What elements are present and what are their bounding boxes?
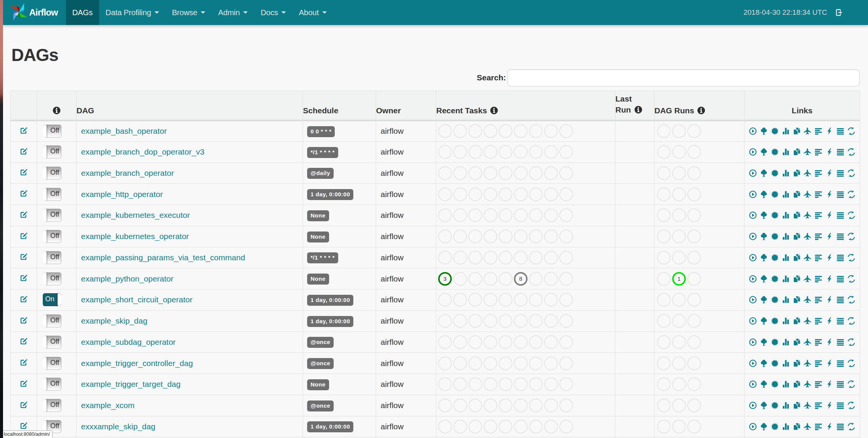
dag-details-icon[interactable] — [837, 317, 844, 325]
task-state-circle[interactable] — [514, 251, 528, 264]
dag-run-state-circle[interactable] — [687, 293, 701, 307]
search-input[interactable] — [507, 69, 860, 86]
dag-pause-toggle[interactable]: Off — [43, 314, 61, 327]
task-duration-icon[interactable] — [782, 317, 790, 325]
task-state-circle[interactable] — [484, 272, 497, 286]
code-view-icon[interactable] — [826, 317, 833, 325]
task-state-circle[interactable] — [484, 251, 497, 264]
refresh-icon[interactable] — [848, 423, 855, 430]
tree-view-icon[interactable] — [760, 127, 768, 135]
task-duration-icon[interactable] — [782, 254, 790, 261]
dag-run-state-circle[interactable] — [672, 124, 686, 138]
task-state-circle[interactable] — [529, 166, 543, 180]
task-state-circle[interactable] — [453, 357, 467, 370]
trigger-dag-icon[interactable] — [749, 148, 757, 156]
task-duration-icon[interactable] — [782, 148, 790, 156]
task-state-circle[interactable] — [544, 314, 558, 328]
dag-link[interactable]: example_http_operator — [81, 190, 163, 199]
task-state-circle[interactable] — [559, 357, 573, 370]
trigger-dag-icon[interactable] — [749, 338, 757, 346]
task-state-circle[interactable] — [484, 230, 497, 243]
task-duration-icon[interactable] — [782, 211, 790, 219]
landing-times-icon[interactable] — [804, 296, 811, 303]
nav-item-browse[interactable]: Browse — [165, 0, 212, 25]
refresh-icon[interactable] — [848, 191, 855, 198]
refresh-icon[interactable] — [848, 127, 855, 135]
code-view-icon[interactable] — [826, 275, 833, 283]
task-state-circle[interactable] — [484, 166, 497, 180]
dag-link[interactable]: example_subdag_operator — [81, 338, 176, 346]
task-state-circle[interactable] — [438, 314, 452, 328]
task-state-circle[interactable] — [453, 377, 467, 391]
task-duration-icon[interactable] — [782, 169, 790, 177]
edit-dag-icon[interactable] — [20, 316, 28, 324]
task-state-circle[interactable] — [514, 314, 528, 328]
graph-view-icon[interactable] — [771, 317, 779, 325]
task-state-circle[interactable] — [499, 251, 512, 264]
task-state-circle[interactable] — [468, 420, 482, 433]
logout-button[interactable] — [835, 8, 843, 17]
task-state-circle[interactable] — [484, 124, 497, 138]
dag-run-state-circle[interactable] — [672, 335, 686, 349]
dag-details-icon[interactable] — [837, 233, 844, 240]
task-state-circle[interactable] — [529, 145, 543, 159]
task-duration-icon[interactable] — [782, 127, 790, 135]
task-state-circle[interactable] — [438, 357, 452, 370]
task-state-circle[interactable] — [499, 124, 512, 138]
dag-run-state-circle[interactable] — [657, 314, 671, 328]
code-view-icon[interactable] — [826, 148, 833, 156]
task-state-circle[interactable] — [559, 314, 573, 328]
code-view-icon[interactable] — [826, 296, 833, 303]
dag-run-state-circle[interactable] — [657, 335, 671, 349]
task-state-circle[interactable] — [453, 335, 467, 349]
task-tries-icon[interactable] — [793, 423, 801, 430]
header-owner[interactable]: Owner — [376, 91, 436, 120]
graph-view-icon[interactable] — [771, 402, 779, 409]
landing-times-icon[interactable] — [804, 402, 811, 409]
dag-run-state-circle[interactable] — [687, 272, 701, 286]
task-state-circle[interactable] — [468, 166, 482, 180]
dag-run-state-circle[interactable] — [672, 399, 686, 412]
tree-view-icon[interactable] — [760, 254, 768, 261]
task-state-circle[interactable] — [559, 377, 573, 391]
task-tries-icon[interactable] — [793, 275, 801, 283]
dag-details-icon[interactable] — [837, 169, 844, 177]
info-icon[interactable] — [697, 106, 705, 114]
dag-run-state-circle[interactable] — [687, 208, 701, 222]
task-state-circle[interactable] — [514, 399, 528, 412]
task-state-circle[interactable] — [544, 293, 558, 307]
task-state-circle[interactable] — [559, 188, 573, 201]
task-state-circle[interactable] — [499, 377, 512, 391]
task-state-circle[interactable] — [484, 145, 497, 159]
task-state-circle[interactable] — [453, 124, 467, 138]
task-state-circle[interactable] — [438, 420, 452, 433]
dag-run-state-circle[interactable] — [687, 420, 701, 433]
trigger-dag-icon[interactable] — [749, 169, 757, 177]
task-state-circle[interactable] — [499, 188, 512, 201]
dag-link[interactable]: example_xcom — [81, 401, 134, 410]
task-state-circle[interactable] — [484, 420, 497, 433]
dag-run-state-circle[interactable] — [687, 124, 701, 138]
task-state-circle[interactable] — [468, 124, 482, 138]
task-duration-icon[interactable] — [782, 191, 790, 198]
task-tries-icon[interactable] — [793, 360, 801, 367]
dag-run-state-circle[interactable] — [687, 166, 701, 180]
dag-pause-toggle[interactable]: Off — [43, 230, 61, 243]
task-tries-icon[interactable] — [793, 402, 801, 409]
task-state-circle[interactable] — [514, 208, 528, 222]
trigger-dag-icon[interactable] — [749, 275, 757, 283]
task-state-circle[interactable] — [559, 251, 573, 264]
gantt-view-icon[interactable] — [815, 254, 822, 261]
edit-dag-icon[interactable] — [20, 253, 28, 261]
landing-times-icon[interactable] — [804, 211, 811, 219]
dag-details-icon[interactable] — [837, 296, 844, 303]
task-state-circle[interactable] — [529, 272, 543, 286]
dag-pause-toggle[interactable]: Off — [43, 125, 61, 138]
landing-times-icon[interactable] — [804, 275, 811, 283]
task-state-circle[interactable] — [438, 188, 452, 201]
task-state-circle[interactable] — [499, 399, 512, 412]
graph-view-icon[interactable] — [771, 211, 779, 219]
task-state-circle[interactable] — [544, 272, 558, 286]
landing-times-icon[interactable] — [804, 191, 811, 198]
task-state-circle[interactable] — [559, 420, 573, 433]
